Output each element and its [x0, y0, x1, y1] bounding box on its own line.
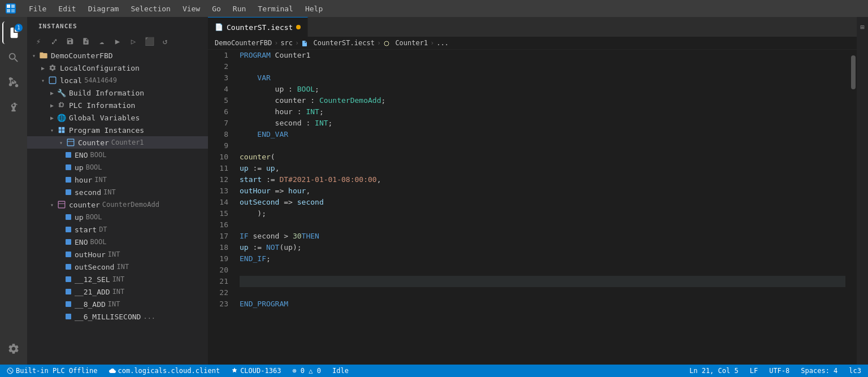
- tree-democounterfbd[interactable]: ▾ DemoCounterFBD: [27, 49, 208, 62]
- new-file-icon[interactable]: [79, 34, 93, 48]
- activity-source-control[interactable]: [2, 71, 25, 94]
- wrench-icon: 🔧: [57, 88, 67, 98]
- arrow-counter: ▾: [57, 138, 66, 147]
- menu-edit[interactable]: Edit: [54, 3, 80, 14]
- gear-icon: [47, 63, 58, 73]
- line-number-3: 3: [215, 72, 228, 84]
- tree-cstart[interactable]: start DT: [27, 223, 208, 236]
- tree-localconfig[interactable]: ▶ LocalConfiguration: [27, 62, 208, 74]
- status-position[interactable]: Ln 21, Col 5: [687, 367, 741, 375]
- stop-icon[interactable]: ⬛: [142, 34, 156, 48]
- breadcrumb-project[interactable]: DemoCounterFBD: [215, 39, 272, 47]
- status-language[interactable]: lc3: [847, 367, 863, 375]
- refresh-icon[interactable]: ↺: [158, 34, 172, 48]
- tree-counter2[interactable]: ▾ counter CounterDemoAdd: [27, 198, 208, 211]
- line-number-11: 11: [215, 163, 228, 174]
- svg-rect-2: [7, 9, 10, 12]
- status-cloud-client[interactable]: com.logicals.cloud.client: [107, 367, 223, 375]
- second-label: second: [75, 188, 101, 197]
- right-panel-icon[interactable]: ⊞: [857, 21, 868, 33]
- menu-view[interactable]: View: [178, 3, 205, 14]
- tree-coutsecond[interactable]: outSecond INT: [27, 261, 208, 273]
- line-number-16: 16: [215, 219, 228, 231]
- box-icon: [47, 75, 58, 85]
- status-cloud-id[interactable]: CLOUD-1363: [229, 367, 283, 375]
- breadcrumb-counter1[interactable]: Counter1: [383, 39, 428, 47]
- titlebar: File Edit Diagram Selection View Go Run …: [0, 0, 868, 17]
- activity-debug[interactable]: [2, 96, 25, 119]
- breadcrumb-sep-1: ›: [274, 39, 278, 47]
- tree-c6ms[interactable]: __6_MILLISECOND ...: [27, 310, 208, 323]
- svg-point-9: [384, 41, 389, 46]
- coutsecond-label: outSecond: [75, 263, 114, 271]
- play-outline-icon[interactable]: ▷: [127, 34, 140, 48]
- menu-help[interactable]: Help: [301, 3, 327, 14]
- tree-globalvars[interactable]: ▶ 🌐 Global Variables: [27, 111, 208, 124]
- play-circle-icon[interactable]: ▶: [111, 34, 124, 48]
- code-line-7: second : INT;: [240, 118, 845, 129]
- arrow-globalvars: ▶: [47, 113, 57, 122]
- cstart-square-icon: [66, 227, 71, 232]
- menu-terminal[interactable]: Terminal: [253, 3, 298, 14]
- breadcrumb-sep-2: ›: [295, 39, 299, 47]
- editor-scrollbar[interactable]: [850, 50, 857, 365]
- cpu-icon: [57, 100, 67, 110]
- c21add-square-icon: [66, 289, 71, 294]
- activity-settings[interactable]: [2, 337, 25, 360]
- tree-local[interactable]: ▾ local 54A14649: [27, 74, 208, 86]
- breadcrumb-file[interactable]: CounterST.iecst: [301, 39, 375, 47]
- tree-plcinfo[interactable]: ▶ PLC Information: [27, 99, 208, 111]
- c6ms-ellipsis: ...: [143, 313, 155, 320]
- tree-second[interactable]: second INT: [27, 186, 208, 198]
- code-line-19: END_IF;: [240, 253, 845, 265]
- tree-up[interactable]: up BOOL: [27, 161, 208, 174]
- branch-icon[interactable]: ⑇: [47, 34, 61, 48]
- eno-type: BOOL: [90, 151, 106, 159]
- plug-icon[interactable]: ⚡: [32, 34, 45, 48]
- tree-ceno[interactable]: ENO BOOL: [27, 236, 208, 248]
- tab-counterst[interactable]: 📄 CounterST.iecst: [208, 17, 308, 37]
- tree-c21add[interactable]: __21_ADD INT: [27, 285, 208, 298]
- breadcrumb-more[interactable]: ...: [436, 39, 449, 47]
- menu-diagram[interactable]: Diagram: [84, 3, 124, 14]
- plcinfo-label: PLC Information: [69, 101, 135, 110]
- tab-modified-dot: [296, 25, 301, 29]
- hour-type: INT: [94, 176, 107, 184]
- tree-counter[interactable]: ▾ Counter Counter1: [27, 136, 208, 149]
- activity-explorer[interactable]: 1: [2, 21, 25, 44]
- status-encoding[interactable]: UTF-8: [767, 367, 792, 375]
- code-editor[interactable]: PROGRAM Counter1 VAR up : BOOL; counter …: [235, 50, 850, 365]
- status-spaces[interactable]: Spaces: 4: [798, 367, 840, 375]
- menu-file[interactable]: File: [24, 3, 51, 14]
- tree-couthour[interactable]: outHour INT: [27, 248, 208, 261]
- activity-search[interactable]: [2, 46, 25, 69]
- tree-eno[interactable]: ENO BOOL: [27, 149, 208, 161]
- sidebar-tree: ▾ DemoCounterFBD ▶ LocalConfiguration ▾: [27, 49, 208, 365]
- status-idle[interactable]: Idle: [330, 367, 351, 375]
- save-icon[interactable]: [63, 34, 77, 48]
- tree-hour[interactable]: hour INT: [27, 174, 208, 186]
- tree-c8add[interactable]: __8_ADD INT: [27, 298, 208, 310]
- code-line-13: outHour => hour,: [240, 185, 845, 197]
- code-line-22: [240, 287, 845, 298]
- breadcrumb-src[interactable]: src: [280, 39, 293, 47]
- cloud-icon[interactable]: ☁: [95, 34, 108, 48]
- status-eol[interactable]: LF: [748, 367, 760, 375]
- tree-programinst[interactable]: ▾ Program Instances: [27, 124, 208, 136]
- menu-run[interactable]: Run: [228, 3, 250, 14]
- democounterfbd-label: DemoCounterFBD: [51, 51, 113, 60]
- menu-go[interactable]: Go: [207, 3, 225, 14]
- c21add-label: __21_ADD: [75, 288, 110, 296]
- programinst-label: Program Instances: [69, 126, 144, 135]
- code-line-21: [240, 276, 845, 287]
- status-errors[interactable]: ⊗ 0 △ 0: [290, 367, 323, 375]
- tree-cup[interactable]: up BOOL: [27, 211, 208, 223]
- status-plc-offline[interactable]: Built-in PLC Offline: [5, 367, 100, 375]
- menu-selection[interactable]: Selection: [126, 3, 175, 14]
- tree-c12sel[interactable]: __12_SEL INT: [27, 273, 208, 285]
- main-layout: 1 INSTANCES ⚡ ⑇: [0, 17, 868, 365]
- code-line-8: END_VAR: [240, 129, 845, 140]
- tree-buildinfo[interactable]: ▶ 🔧 Build Information: [27, 86, 208, 99]
- hour-label: hour: [75, 176, 92, 184]
- second-type: INT: [103, 188, 116, 196]
